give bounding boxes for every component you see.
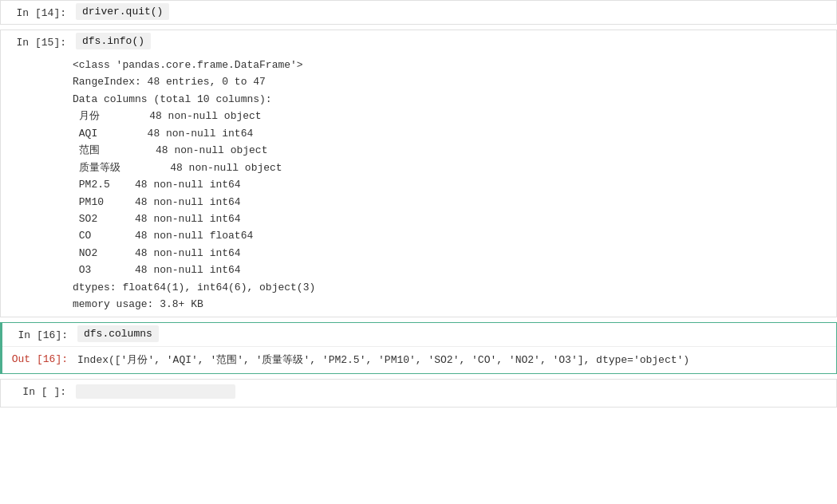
in-number-empty: [ ]: <box>41 386 66 398</box>
cell-16: In [16]: dfs.columns Out [16]: Index(['月… <box>0 322 837 374</box>
cell-16-code[interactable]: dfs.columns <box>77 325 159 342</box>
cell-16-input-row: In [16]: dfs.columns <box>2 323 836 346</box>
in-number-14: [14]: <box>35 7 66 19</box>
cell-14-input-row: In [14]: driver.quit() <box>1 1 836 24</box>
cell-empty-in-label: In [ ]: <box>1 384 73 398</box>
cell-15-content[interactable]: dfs.info() <box>73 35 836 47</box>
cell-16-content[interactable]: dfs.columns <box>74 328 836 340</box>
in-keyword-empty: In <box>22 386 35 398</box>
cell-14-content[interactable]: driver.quit() <box>73 6 836 18</box>
cell-empty-input-row: In [ ]: <box>1 380 836 407</box>
in-keyword-14: In <box>17 7 30 19</box>
cell-empty-code[interactable] <box>76 384 235 399</box>
in-number-15: [15]: <box>35 37 66 49</box>
cell-15-output-text: <class 'pandas.core.frame.DataFrame'> Ra… <box>73 57 836 313</box>
cell-15-output-area: <class 'pandas.core.frame.DataFrame'> Ra… <box>1 53 836 317</box>
cell-16-in-label: In [16]: <box>2 328 74 341</box>
cell-14-code[interactable]: driver.quit() <box>76 3 169 20</box>
in-number-16: [16]: <box>37 329 68 341</box>
cell-15: In [15]: dfs.info() <class 'pandas.core.… <box>0 30 837 317</box>
out-keyword-16: Out <box>12 353 30 365</box>
cell-16-out-label: Out [16]: <box>2 352 74 365</box>
cell-15-input-row: In [15]: dfs.info() <box>1 30 836 53</box>
out-number-16: [16]: <box>37 353 68 365</box>
cell-15-code[interactable]: dfs.info() <box>76 33 151 49</box>
cell-16-output-text: Index(['月份', 'AQI', '范围', '质量等级', 'PM2.5… <box>77 354 689 366</box>
cell-14: In [14]: driver.quit() <box>0 0 837 25</box>
cell-16-output-content: Index(['月份', 'AQI', '范围', '质量等级', 'PM2.5… <box>74 352 836 368</box>
in-keyword-16: In <box>18 329 31 341</box>
cell-16-output-row: Out [16]: Index(['月份', 'AQI', '范围', '质量等… <box>2 346 836 373</box>
in-keyword-15: In <box>17 37 30 49</box>
cell-15-in-label: In [15]: <box>1 35 73 49</box>
cell-empty: In [ ]: <box>0 379 837 408</box>
notebook: In [14]: driver.quit() In [15]: dfs.info… <box>0 0 837 504</box>
cell-empty-content[interactable] <box>73 384 836 402</box>
cell-14-in-label: In [14]: <box>1 6 73 19</box>
